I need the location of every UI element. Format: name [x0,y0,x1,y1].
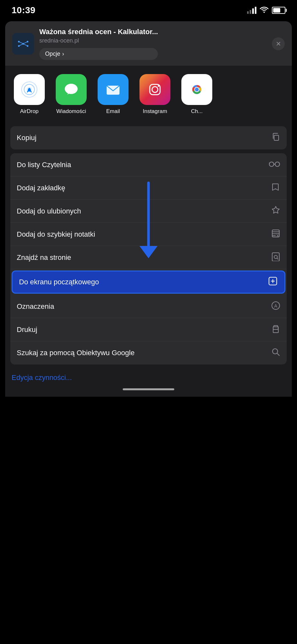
edit-actions-section: Edycja czynności... [5,368,292,384]
google-lens-menu-item[interactable]: Szukaj za pomocą Obiektywu Google [10,341,287,365]
print-menu-item[interactable]: Drukuj [10,318,287,341]
svg-line-32 [277,258,278,259]
email-icon-wrapper [98,74,129,105]
svg-point-18 [152,87,158,92]
app-item-messages[interactable]: Wiadomości [53,74,89,115]
copy-label: Kopiuj [17,134,36,142]
add-to-home-label: Do ekranu początkowego [19,278,99,286]
markup-menu-item[interactable]: Oznaczenia A [10,295,287,318]
share-title: Ważona średnia ocen - Kalkulator... [39,28,158,36]
svg-point-24 [269,162,274,166]
share-header-left: Ważona średnia ocen - Kalkulator... sred… [12,28,158,60]
glasses-icon [269,160,280,169]
svg-line-42 [277,353,279,355]
google-lens-label: Szukaj za pomocą Obiektywu Google [17,349,135,357]
wifi-icon [260,6,269,15]
copy-menu-item[interactable]: Kopiuj [10,126,287,149]
menu-section: Kopiuj Do listy Czytelnia [5,126,292,365]
chrome-icon-wrapper [181,74,212,105]
home-bar [123,388,174,390]
add-bookmark-menu-item[interactable]: Dodaj zakładkę [10,176,287,200]
app-row: AirDrop Wiadomości [12,74,285,115]
add-to-home-menu-item[interactable]: Do ekranu początkowego [12,270,285,294]
email-label: Email [106,108,120,115]
svg-point-25 [275,162,280,166]
reading-list-label: Do listy Czytelnia [17,161,71,169]
add-square-icon [268,276,278,288]
svg-line-7 [19,44,23,46]
quick-note-label: Dodaj do szybkiej notatki [17,230,95,239]
app-row-section: AirDrop Wiadomości [5,66,292,122]
svg-line-8 [23,44,28,46]
star-icon [271,206,280,217]
svg-point-19 [158,85,159,87]
airdrop-label: AirDrop [20,108,39,115]
edit-actions-button[interactable]: Edycja czynności... [12,374,72,382]
app-item-chrome[interactable]: Ch... [179,74,215,115]
find-on-page-label: Znajdź na stronie [17,253,71,262]
reading-list-menu-item[interactable]: Do listy Czytelnia [10,153,287,176]
svg-text:A: A [274,303,277,308]
instagram-icon-wrapper [139,74,170,105]
home-indicator [5,384,292,397]
svg-line-5 [19,42,23,44]
copy-group: Kopiuj [10,126,287,149]
airdrop-icon-wrapper [14,74,45,105]
status-bar: 10:39 [0,0,297,18]
svg-point-14 [65,84,78,94]
chrome-label: Ch... [191,108,203,115]
copy-icon [271,132,280,143]
signal-icon [247,7,256,14]
app-item-instagram[interactable]: Instagram [137,74,173,115]
share-header: Ważona średnia ocen - Kalkulator... sred… [5,21,292,66]
instagram-label: Instagram [143,108,167,115]
svg-point-22 [195,88,199,91]
svg-rect-38 [273,329,278,333]
svg-line-6 [23,42,28,44]
svg-rect-39 [274,326,278,327]
share-close-button[interactable]: ✕ [272,37,285,50]
svg-rect-30 [272,253,279,261]
search-icon [271,347,280,358]
print-label: Drukuj [17,326,37,334]
share-sheet: Ważona średnia ocen - Kalkulator... sred… [5,21,292,397]
add-favorites-menu-item[interactable]: Dodaj do ulubionych [10,200,287,223]
book-icon [271,183,280,194]
status-icons [247,6,285,15]
app-item-airdrop[interactable]: AirDrop [12,74,47,115]
print-icon [271,324,280,335]
messages-label: Wiadomości [56,108,86,115]
svg-point-40 [278,328,278,328]
quick-note-menu-item[interactable]: Dodaj do szybkiej notatki [10,223,287,246]
share-url: srednia-ocen.pl [39,37,158,44]
messages-icon-wrapper [56,74,87,105]
status-time: 10:39 [12,5,35,15]
svg-marker-28 [272,206,279,213]
battery-icon [272,7,285,14]
svg-rect-23 [274,135,279,140]
share-options-button[interactable]: Opcje › [39,48,158,60]
note-icon [271,229,280,240]
markup-icon: A [271,301,280,312]
find-on-page-menu-item[interactable]: Znajdź na stronie [10,246,287,269]
add-bookmark-label: Dodaj zakładkę [17,184,65,192]
find-icon [271,252,280,263]
main-group: Do listy Czytelnia Dodaj zakładkę [10,153,287,365]
app-item-email[interactable]: Email [95,74,131,115]
share-app-icon [12,33,34,55]
markup-label: Oznaczenia [17,302,54,311]
add-favorites-label: Dodaj do ulubionych [17,207,81,215]
share-header-info: Ważona średnia ocen - Kalkulator... sred… [39,28,158,60]
